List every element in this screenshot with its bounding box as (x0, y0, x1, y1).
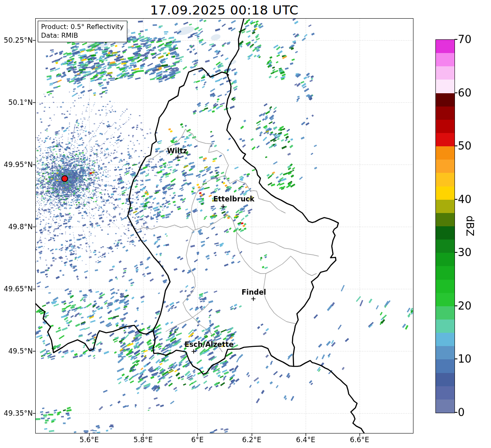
colorbar-segment (436, 213, 455, 226)
colorbar-segment (436, 80, 455, 93)
colorbar-segment (436, 40, 455, 53)
y-axis-tick-label: 50.1°N (0, 98, 33, 107)
y-axis-tick-label: 49.35°N (0, 409, 33, 417)
colorbar-segment (436, 120, 455, 133)
colorbar-segment (436, 320, 455, 333)
colorbar-unit-label: dBZ (464, 216, 476, 236)
y-axis-tick-label: 49.5°N (0, 347, 33, 355)
colorbar-segment (436, 386, 455, 400)
colorbar-segment (436, 346, 455, 359)
x-axis-tick-label: 5.6°E (70, 436, 108, 444)
colorbar-segment (436, 359, 455, 373)
colorbar-segment (436, 253, 455, 266)
colorbar-segment (436, 240, 455, 253)
colorbar-segment (436, 107, 455, 120)
radar-map-canvas (0, 0, 491, 448)
colorbar-tick-mark (455, 412, 457, 413)
city-label: Findel (241, 288, 266, 296)
x-axis-tick-label: 5.8°E (124, 436, 162, 444)
colorbar-tick-label: 60 (458, 87, 472, 99)
weather-radar-figure: 17.09.2025 00:18 UTC Product: 0.5° Refle… (0, 0, 491, 448)
colorbar-tick-mark (455, 199, 457, 200)
colorbar-segment (436, 266, 455, 279)
colorbar-segment (436, 226, 455, 240)
data-source-line: Data: RMIB (41, 31, 124, 40)
colorbar-segment (436, 293, 455, 306)
colorbar-tick-label: 70 (458, 33, 472, 46)
colorbar-segment (436, 373, 455, 386)
colorbar-tick-mark (455, 358, 457, 359)
colorbar-segment (436, 93, 455, 107)
colorbar-tick-label: 30 (458, 246, 472, 259)
city-label: Esch/Alzette (185, 340, 233, 349)
y-axis-tick-label: 49.65°N (0, 285, 33, 293)
colorbar-segment (436, 133, 455, 146)
colorbar-tick-mark (455, 39, 457, 40)
y-axis-tick-label: 49.8°N (0, 223, 33, 231)
colorbar-tick-label: 40 (458, 193, 472, 206)
colorbar-segment (436, 400, 455, 413)
colorbar-segment (436, 173, 455, 186)
city-label: Ettelbruck (213, 195, 254, 203)
city-label: Wiltz (167, 147, 187, 155)
product-info-box: Product: 0.5° Reflectivity Data: RMIB (38, 21, 127, 42)
colorbar-tick-label: 20 (458, 300, 472, 312)
colorbar-segment (436, 333, 455, 346)
colorbar-segment (436, 186, 455, 200)
colorbar-tick-mark (455, 92, 457, 93)
colorbar-segment (436, 306, 455, 320)
y-axis-tick-label: 50.25°N (0, 36, 33, 44)
colorbar-tick-mark (455, 252, 457, 253)
x-axis-tick-label: 6.4°E (287, 436, 324, 444)
colorbar-segment (436, 280, 455, 293)
colorbar-tick-label: 50 (458, 140, 472, 152)
y-axis-tick-label: 49.95°N (0, 160, 33, 169)
product-info-line: Product: 0.5° Reflectivity (41, 22, 124, 31)
colorbar (435, 39, 455, 413)
colorbar-tick-label: 0 (458, 406, 465, 419)
x-axis-tick-label: 6.2°E (233, 436, 270, 444)
colorbar-segment (436, 66, 455, 80)
colorbar-tick-mark (455, 145, 457, 146)
colorbar-segment (436, 200, 455, 213)
colorbar-tick-mark (455, 305, 457, 306)
colorbar-tick-label: 10 (458, 353, 472, 365)
colorbar-segment (436, 160, 455, 173)
colorbar-segment (436, 53, 455, 66)
x-axis-tick-label: 6°E (179, 436, 216, 444)
x-axis-tick-label: 6.6°E (341, 436, 378, 444)
colorbar-segment (436, 146, 455, 160)
